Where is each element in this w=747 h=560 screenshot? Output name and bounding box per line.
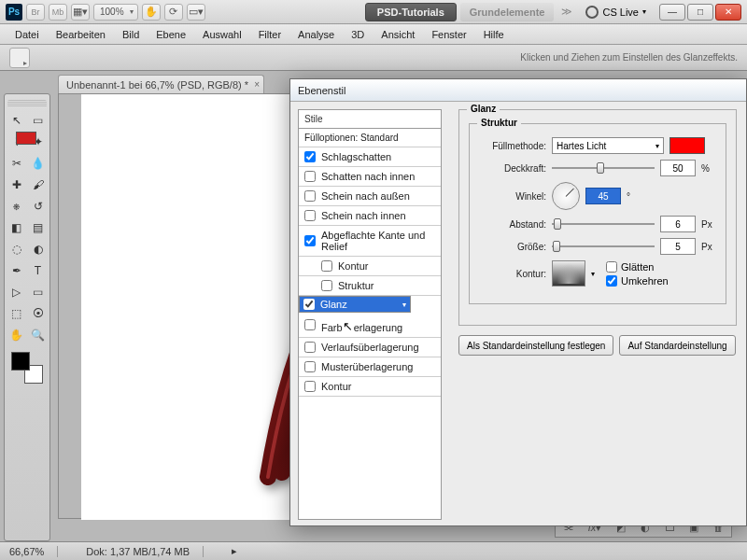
cs-live-button[interactable]: CS Live▾ xyxy=(585,6,646,19)
menu-bar: Datei Bearbeiten Bild Ebene Auswahl Filt… xyxy=(0,24,747,45)
style-musterueberlagerung[interactable]: Musterüberlagerung xyxy=(299,357,441,377)
menu-analyse[interactable]: Analyse xyxy=(290,27,342,42)
status-zoom[interactable]: 66,67% xyxy=(9,546,58,557)
app-bar: Ps Br Mb ▦▾ 100% ✋ ⟳ ▭▾ PSD-Tutorials Gr… xyxy=(0,0,747,24)
set-default-button[interactable]: Als Standardeinstellung festlegen xyxy=(458,335,613,356)
glaetten-checkbox[interactable]: Glätten xyxy=(606,261,669,273)
style-kontur[interactable]: Kontur xyxy=(299,377,441,397)
fg-color-swatch[interactable] xyxy=(11,352,30,371)
bridge-icon[interactable]: Br xyxy=(26,4,45,21)
menu-filter[interactable]: Filter xyxy=(251,27,289,42)
window-close-button[interactable]: ✕ xyxy=(715,4,741,21)
quickmask-icon[interactable] xyxy=(16,132,36,145)
style-schlagschatten[interactable]: Schlagschatten xyxy=(299,147,441,167)
abstand-label: Abstand: xyxy=(479,219,546,230)
style-struktur-sub[interactable]: Struktur xyxy=(299,276,441,296)
panel-grip[interactable] xyxy=(7,100,47,107)
document-tab[interactable]: Unbenannt-1 bei 66,7% (PSD, RGB/8) *× xyxy=(58,75,264,93)
history-brush-icon[interactable]: ↺ xyxy=(29,197,48,216)
blur-tool-icon[interactable]: ◌ xyxy=(7,240,26,259)
more-icon[interactable]: ≫ xyxy=(557,6,576,18)
menu-ebene[interactable]: Ebene xyxy=(148,27,193,42)
status-arrow-icon[interactable]: ▸ xyxy=(232,545,237,557)
style-list: Stile Fülloptionen: Standard Schlagschat… xyxy=(298,109,442,520)
opacity-value[interactable]: 50 xyxy=(660,160,696,176)
active-tool-icon[interactable] xyxy=(9,48,30,68)
distance-value[interactable]: 6 xyxy=(660,216,696,232)
style-glanz[interactable]: Glanz xyxy=(299,296,411,313)
3d-camera-icon[interactable]: ⦿ xyxy=(29,304,48,323)
style-kontur-sub[interactable]: Kontur xyxy=(299,257,441,276)
menu-3d[interactable]: 3D xyxy=(344,27,372,42)
reset-default-button[interactable]: Auf Standardeinstellung xyxy=(619,335,735,356)
groesse-label: Größe: xyxy=(479,242,546,252)
menu-auswahl[interactable]: Auswahl xyxy=(195,27,249,42)
move-tool-icon[interactable]: ↖ xyxy=(7,111,26,130)
psd-tutorials-button[interactable]: PSD-Tutorials xyxy=(365,3,457,21)
size-value[interactable]: 5 xyxy=(660,238,696,255)
arrange-docs-icon[interactable]: ▦▾ xyxy=(71,4,90,21)
screen-mode-icon[interactable]: ▭▾ xyxy=(187,4,205,21)
minibridge-icon[interactable]: Mb xyxy=(49,4,67,21)
angle-dial[interactable] xyxy=(552,182,580,210)
distance-slider[interactable] xyxy=(552,217,655,231)
style-schein-innen[interactable]: Schein nach innen xyxy=(299,206,441,226)
style-schein-aussen[interactable]: Schein nach außen xyxy=(299,187,441,206)
glanz-fieldset: Glanz Struktur Füllmethode: Hartes Licht… xyxy=(458,109,737,326)
shape-tool-icon[interactable]: ▭ xyxy=(29,283,48,301)
style-farbueberlagerung[interactable]: Farberlagerung xyxy=(299,313,441,338)
menu-bild[interactable]: Bild xyxy=(115,27,147,42)
style-abgeflachte[interactable]: Abgeflachte Kante und Relief xyxy=(299,226,441,257)
size-slider[interactable] xyxy=(552,240,655,253)
color-swatches[interactable] xyxy=(11,352,43,384)
pen-tool-icon[interactable]: ✒ xyxy=(7,261,26,280)
close-tab-icon[interactable]: × xyxy=(254,79,260,90)
dodge-tool-icon[interactable]: ◐ xyxy=(29,240,48,259)
stamp-tool-icon[interactable]: ⎈ xyxy=(7,197,26,216)
3d-tool-icon[interactable]: ⬚ xyxy=(7,304,26,323)
opacity-slider[interactable] xyxy=(552,161,655,175)
heal-tool-icon[interactable]: ✚ xyxy=(7,175,26,194)
kontur-label: Kontur: xyxy=(479,269,546,279)
style-schatten-innen[interactable]: Schatten nach innen xyxy=(299,167,441,187)
menu-ansicht[interactable]: Ansicht xyxy=(374,27,422,42)
status-doc-size[interactable]: Dok: 1,37 MB/1,74 MB xyxy=(86,546,204,557)
dialog-titlebar[interactable]: Ebenenstil xyxy=(290,79,746,102)
angle-value[interactable]: 45 xyxy=(585,188,621,204)
style-verlaufsueberlagerung[interactable]: Verlaufsüberlagerung xyxy=(299,338,441,357)
deckkraft-label: Deckkraft: xyxy=(479,163,546,174)
umkehren-checkbox[interactable]: Umkehren xyxy=(606,275,669,287)
window-maximize-button[interactable]: □ xyxy=(687,4,713,21)
crop-tool-icon[interactable]: ✂ xyxy=(7,154,26,173)
fill-options-item[interactable]: Fülloptionen: Standard xyxy=(299,129,441,147)
glanz-legend: Glanz xyxy=(467,104,500,114)
contour-thumb[interactable] xyxy=(552,260,585,287)
gradient-tool-icon[interactable]: ▤ xyxy=(29,218,48,237)
eyedropper-tool-icon[interactable]: 💧 xyxy=(29,154,48,173)
options-bar: Klicken und Ziehen zum Einstellen des Gl… xyxy=(0,45,747,71)
menu-bearbeiten[interactable]: Bearbeiten xyxy=(49,27,113,42)
window-minimize-button[interactable]: — xyxy=(659,4,685,21)
eraser-tool-icon[interactable]: ◧ xyxy=(7,218,26,237)
zoom-select[interactable]: 100% xyxy=(93,4,138,21)
options-hint: Klicken und Ziehen zum Einstellen des Gl… xyxy=(520,52,738,63)
brush-tool-icon[interactable]: 🖌 xyxy=(29,175,48,194)
menu-fenster[interactable]: Fenster xyxy=(424,27,473,42)
cursor-icon xyxy=(343,319,354,334)
menu-hilfe[interactable]: Hilfe xyxy=(476,27,512,42)
styles-header[interactable]: Stile xyxy=(299,110,441,129)
menu-datei[interactable]: Datei xyxy=(7,27,47,42)
contour-dropdown-icon[interactable]: ▾ xyxy=(591,270,595,278)
grundelemente-button[interactable]: Grundelemente xyxy=(460,3,555,21)
hand-tool2-icon[interactable]: ✋ xyxy=(7,326,26,344)
winkel-label: Winkel: xyxy=(479,191,546,202)
satin-color-swatch[interactable] xyxy=(669,137,705,154)
type-tool-icon[interactable]: T xyxy=(29,261,48,280)
rotate-tool-icon[interactable]: ⟳ xyxy=(164,4,183,21)
path-select-icon[interactable]: ▷ xyxy=(7,283,26,301)
blend-mode-select[interactable]: Hartes Licht xyxy=(552,137,664,154)
status-bar: 66,67% Dok: 1,37 MB/1,74 MB ▸ xyxy=(0,541,747,560)
hand-tool-icon[interactable]: ✋ xyxy=(142,4,161,21)
marquee-tool-icon[interactable]: ▭ xyxy=(29,111,48,130)
zoom-tool-icon[interactable]: 🔍 xyxy=(29,326,48,344)
